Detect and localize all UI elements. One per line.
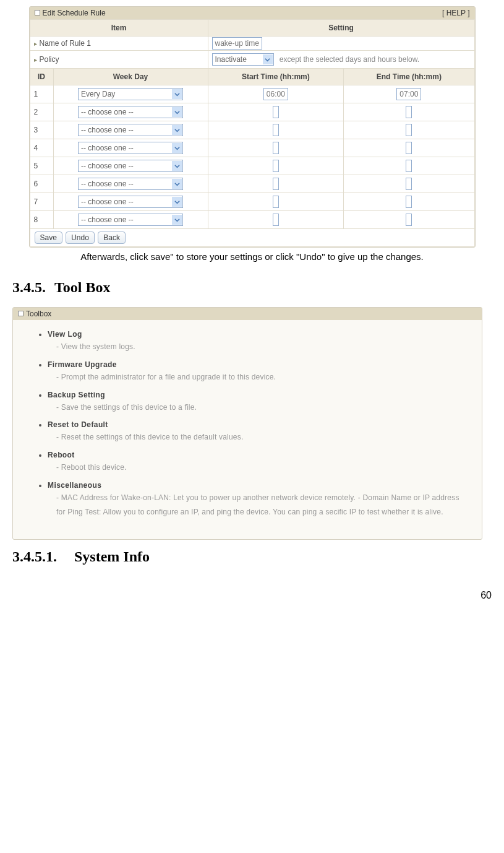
table-row: 4-- choose one -- xyxy=(30,139,474,157)
toolbox-item-desc: - View the system logs. xyxy=(48,339,463,354)
button-row: Save Undo Back xyxy=(30,229,474,247)
start-time-input[interactable] xyxy=(273,106,279,118)
weekday-cell: -- choose one -- xyxy=(53,103,208,121)
weekday-cell: -- choose one -- xyxy=(53,157,208,175)
weekday-cell: Every Day xyxy=(53,85,208,103)
end-cell xyxy=(344,193,474,211)
chevron-down-icon xyxy=(172,107,182,117)
section-3-4-5-1-heading: 3.4.5.1.System Info xyxy=(12,548,492,565)
end-cell xyxy=(344,121,474,139)
toolbox-item-title[interactable]: View Log xyxy=(48,330,82,339)
start-time-input[interactable] xyxy=(273,124,279,136)
start-cell xyxy=(208,103,344,121)
start-time-input[interactable] xyxy=(273,214,279,226)
th-id: ID xyxy=(30,69,53,85)
list-item: Reboot- Reboot this device. xyxy=(48,451,463,475)
rule-name-input[interactable]: wake-up time xyxy=(212,37,262,50)
end-time-input[interactable] xyxy=(406,196,412,208)
toolbox-item-desc: - Prompt the administrator for a file an… xyxy=(48,369,463,384)
weekday-select[interactable]: -- choose one -- xyxy=(78,160,183,172)
table-row: 8-- choose one -- xyxy=(30,211,474,229)
weekday-cell: -- choose one -- xyxy=(53,139,208,157)
toolbox-item-desc: - Save the settings of this device to a … xyxy=(48,399,463,415)
list-item: View Log- View the system logs. xyxy=(48,330,463,354)
table-row: 2-- choose one -- xyxy=(30,103,474,121)
toolbox-list: View Log- View the system logs.Firmware … xyxy=(13,320,482,539)
edit-schedule-rule-panel: Edit Schedule Rule [ HELP ] Item Setting… xyxy=(29,6,476,248)
chevron-down-icon xyxy=(263,54,273,64)
weekday-select[interactable]: -- choose one -- xyxy=(78,106,183,118)
weekday-select[interactable]: -- choose one -- xyxy=(78,124,183,136)
weekday-cell: -- choose one -- xyxy=(53,193,208,211)
th-end: End Time (hh:mm) xyxy=(344,69,474,85)
chevron-down-icon xyxy=(172,215,182,225)
end-time-input[interactable] xyxy=(406,178,412,190)
table-row: 5-- choose one -- xyxy=(30,157,474,175)
chevron-down-icon xyxy=(172,143,182,153)
table-row: 3-- choose one -- xyxy=(30,121,474,139)
toolbox-item-desc: - Reboot this device. xyxy=(48,459,463,475)
end-time-input[interactable] xyxy=(406,214,412,226)
toolbox-item-title[interactable]: Reboot xyxy=(48,451,75,459)
table-row: 7-- choose one -- xyxy=(30,193,474,211)
bullet-icon: ▸ xyxy=(34,40,37,47)
end-cell xyxy=(344,139,474,157)
end-time-input[interactable] xyxy=(406,160,412,172)
id-cell: 5 xyxy=(30,157,53,175)
help-link[interactable]: [ HELP ] xyxy=(442,9,469,17)
chevron-down-icon xyxy=(172,161,182,171)
id-cell: 4 xyxy=(30,139,53,157)
toolbox-item-title[interactable]: Backup Setting xyxy=(48,391,105,399)
list-item: Backup Setting- Save the settings of thi… xyxy=(48,391,463,415)
list-item: Miscellaneous- MAC Address for Wake-on-L… xyxy=(48,481,463,519)
start-time-input[interactable] xyxy=(273,178,279,190)
name-of-rule-cell: wake-up time xyxy=(208,37,474,51)
end-time-input[interactable] xyxy=(406,124,412,136)
chevron-down-icon xyxy=(172,179,182,189)
weekday-select[interactable]: -- choose one -- xyxy=(78,196,183,208)
th-item: Item xyxy=(30,20,208,37)
end-time-input[interactable] xyxy=(406,142,412,154)
weekday-select[interactable]: Every Day xyxy=(78,88,183,100)
start-time-input[interactable] xyxy=(273,142,279,154)
weekday-cell: -- choose one -- xyxy=(53,211,208,229)
save-button[interactable]: Save xyxy=(35,232,62,244)
start-cell xyxy=(208,193,344,211)
list-item: Reset to Default- Reset the settings of … xyxy=(48,420,463,444)
id-cell: 2 xyxy=(30,103,53,121)
after-text: Afterwards, click save" to store your se… xyxy=(12,251,492,262)
start-cell: 06:00 xyxy=(208,85,344,103)
table-row: 1Every Day06:0007:00 xyxy=(30,85,474,103)
toolbox-item-title[interactable]: Reset to Default xyxy=(48,420,108,429)
end-cell xyxy=(344,175,474,193)
end-cell xyxy=(344,211,474,229)
policy-select[interactable]: Inactivate xyxy=(212,53,274,66)
toolbox-item-desc: - MAC Address for Wake-on-LAN: Let you t… xyxy=(48,490,463,519)
start-cell xyxy=(208,175,344,193)
start-time-input[interactable]: 06:00 xyxy=(263,88,288,100)
undo-button[interactable]: Undo xyxy=(66,232,95,244)
start-cell xyxy=(208,121,344,139)
toolbox-item-title[interactable]: Firmware Upgrade xyxy=(48,360,117,369)
weekday-select[interactable]: -- choose one -- xyxy=(78,178,183,190)
start-time-input[interactable] xyxy=(273,160,279,172)
weekday-cell: -- choose one -- xyxy=(53,175,208,193)
weekday-select[interactable]: -- choose one -- xyxy=(78,214,183,226)
policy-note: except the selected days and hours below… xyxy=(280,55,419,64)
end-time-input[interactable]: 07:00 xyxy=(396,88,421,100)
back-button[interactable]: Back xyxy=(98,232,126,244)
start-time-input[interactable] xyxy=(273,196,279,208)
weekday-select[interactable]: -- choose one -- xyxy=(78,142,183,154)
id-cell: 3 xyxy=(30,121,53,139)
start-cell xyxy=(208,139,344,157)
toolbox-item-title[interactable]: Miscellaneous xyxy=(48,481,101,490)
end-time-input[interactable] xyxy=(406,106,412,118)
id-cell: 7 xyxy=(30,193,53,211)
table-row: 6-- choose one -- xyxy=(30,175,474,193)
policy-label: ▸Policy xyxy=(30,51,208,69)
panel-titlebar: Edit Schedule Rule [ HELP ] xyxy=(30,7,475,19)
th-setting: Setting xyxy=(208,20,474,37)
start-cell xyxy=(208,157,344,175)
panel-title: Toolbox xyxy=(18,310,51,318)
policy-cell: Inactivate except the selected days and … xyxy=(208,51,474,69)
